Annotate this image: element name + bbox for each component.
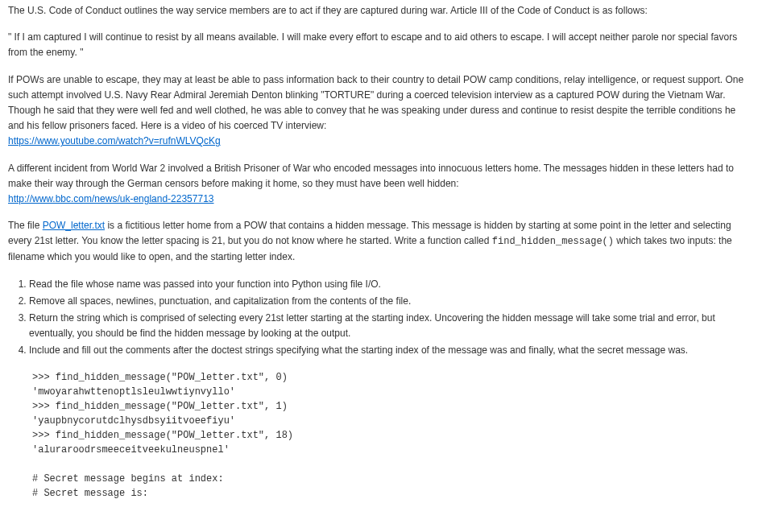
function-name: find_hidden_message() [492, 236, 614, 247]
step-item: Remove all spaces, newlines, punctuation… [29, 294, 754, 309]
step-item: Return the string which is comprised of … [29, 311, 754, 341]
code-example-block: >>> find_hidden_message("POW_letter.txt"… [32, 370, 754, 501]
youtube-link[interactable]: https://www.youtube.com/watch?v=rufnWLVQ… [8, 135, 221, 146]
pow-letter-link[interactable]: POW_letter.txt [43, 220, 105, 231]
steps-list: Read the file whose name was passed into… [8, 277, 754, 359]
file-pre: The file [8, 220, 43, 231]
file-paragraph: The file POW_letter.txt is a fictitious … [8, 218, 754, 266]
step-item: Include and fill out the comments after … [29, 343, 754, 358]
ww2-paragraph: A different incident from World War 2 in… [8, 161, 754, 208]
article-quote: " If I am captured I will continue to re… [8, 30, 754, 60]
ww2-text: A different incident from World War 2 in… [8, 163, 734, 189]
bbc-link[interactable]: http://www.bbc.com/news/uk-england-22357… [8, 193, 214, 204]
step-item: Read the file whose name was passed into… [29, 277, 754, 292]
pow-paragraph: If POWs are unable to escape, they may a… [8, 72, 754, 150]
pow-text: If POWs are unable to escape, they may a… [8, 74, 743, 132]
intro-paragraph: The U.S. Code of Conduct outlines the wa… [8, 3, 754, 19]
